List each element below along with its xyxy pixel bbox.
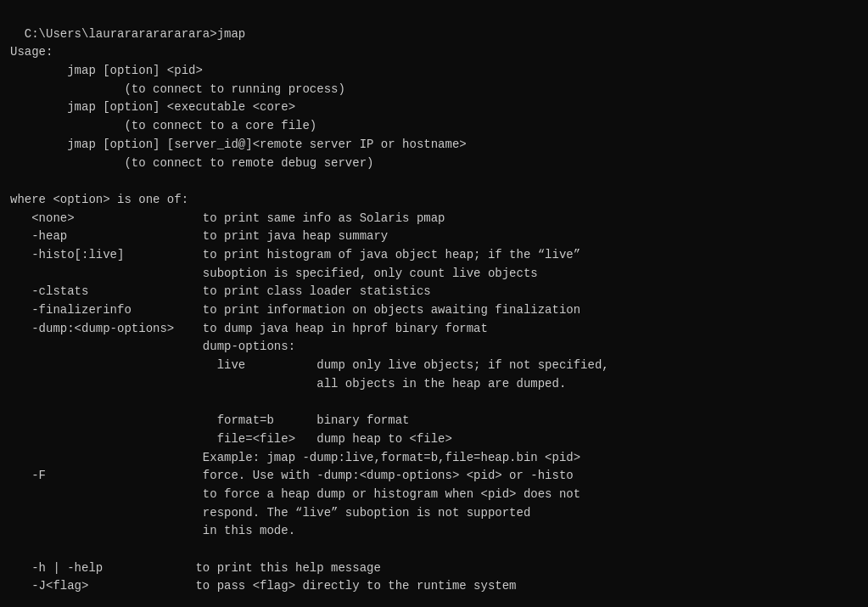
- terminal-line-line23: Example: jmap -dump:live,format=b,file=h…: [10, 451, 580, 464]
- terminal-line-line5: (to connect to a core file): [10, 119, 316, 132]
- terminal-line-line3: (to connect to running process): [10, 82, 345, 96]
- terminal-line-line7: (to connect to remote debug server): [10, 156, 373, 170]
- terminal-line-line2: jmap [option] <pid>: [10, 64, 203, 77]
- terminal-line-line12: -histo[:live] to print histogram of java…: [10, 248, 580, 261]
- terminal-line-line15: -finalizerinfo to print information on o…: [10, 303, 580, 317]
- terminal-line-line16: -dump:<dump-options> to dump java heap i…: [10, 322, 488, 335]
- terminal-output: Usage: jmap [option] <pid> (to connect t…: [10, 43, 858, 596]
- terminal-line-line24: -F force. Use with -dump:<dump-options> …: [10, 469, 574, 482]
- terminal-line-line11: -heap to print java heap summary: [10, 229, 388, 243]
- terminal-line-line22: file=<file> dump heap to <file>: [10, 432, 452, 446]
- terminal-line-line6: jmap [option] [server_id@]<remote server…: [10, 138, 467, 151]
- terminal-line-line13: suboption is specified, only count live …: [10, 267, 538, 280]
- terminal-window: C:\Users\laurarararararara>jmap: [10, 7, 858, 43]
- terminal-line-line19: all objects in the heap are dumped.: [10, 377, 566, 391]
- terminal-line-line17: dump-options:: [10, 340, 295, 353]
- terminal-line-line9: where <option> is one of:: [10, 193, 188, 206]
- terminal-line-line18: live dump only live objects; if not spec…: [10, 358, 609, 372]
- terminal-line-line4: jmap [option] <executable <core>: [10, 100, 295, 114]
- terminal-line-line26: respond. The “live” suboption is not sup…: [10, 506, 530, 520]
- terminal-line-line1: Usage:: [10, 45, 53, 59]
- terminal-line-line27: in this mode.: [10, 524, 295, 537]
- terminal-line-line29: -h | -help to print this help message: [10, 561, 381, 575]
- terminal-line-line25: to force a heap dump or histogram when <…: [10, 487, 580, 501]
- terminal-line-line10: <none> to print same info as Solaris pma…: [10, 211, 445, 225]
- terminal-line-line30: -J<flag> to pass <flag> directly to the …: [10, 579, 517, 593]
- terminal-line-line21: format=b binary format: [10, 413, 409, 427]
- terminal-line-line14: -clstats to print class loader statistic…: [10, 284, 431, 298]
- prompt-line: C:\Users\laurarararararara>jmap: [25, 27, 245, 41]
